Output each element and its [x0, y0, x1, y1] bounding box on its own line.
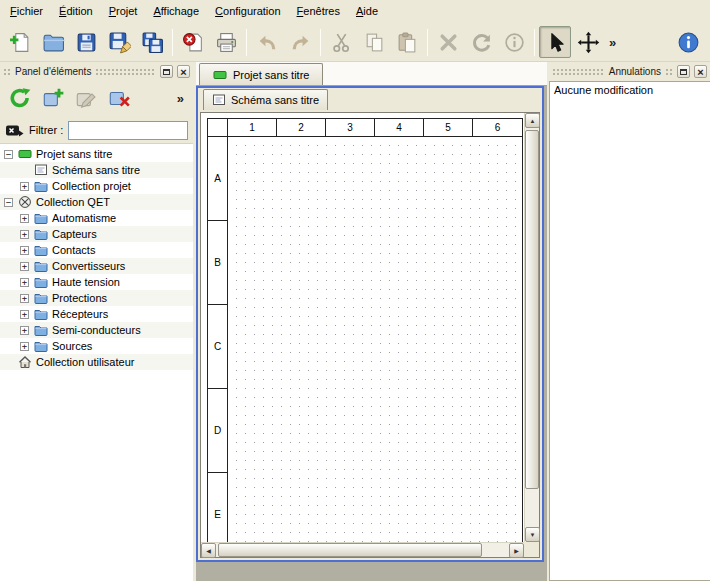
tree-item-collection-projet[interactable]: Collection projet — [0, 178, 193, 194]
undo-history-list[interactable]: Aucune modification — [549, 81, 710, 581]
tree-item-collection-utilisateur[interactable]: Collection utilisateur — [0, 354, 193, 370]
project-tab[interactable]: Projet sans titre — [199, 63, 323, 85]
dock-grip[interactable] — [95, 68, 156, 76]
tree-item-sources[interactable]: Sources — [0, 338, 193, 354]
cut-button[interactable] — [325, 26, 357, 58]
dock-grip[interactable] — [665, 68, 673, 76]
dock-grip[interactable] — [552, 68, 605, 76]
menu-affichage[interactable]: Affichage — [145, 0, 207, 23]
pan-mode-button[interactable] — [572, 26, 604, 58]
scroll-up-button[interactable] — [525, 113, 540, 128]
dock-close-button[interactable] — [177, 65, 190, 78]
paste-button[interactable] — [391, 26, 423, 58]
tree-item-schema-sans-titre[interactable]: Schéma sans titre — [0, 162, 193, 178]
new-element-button[interactable] — [38, 83, 68, 113]
close-file-button[interactable] — [177, 26, 209, 58]
rotate-button[interactable] — [465, 26, 497, 58]
filter-row: Filtrer : — [0, 117, 193, 143]
tree-item-contacts[interactable]: Contacts — [0, 242, 193, 258]
clear-filter-icon[interactable] — [5, 122, 24, 139]
tree-item-collection-qet[interactable]: Collection QET — [0, 194, 193, 210]
menu-fenetres[interactable]: Fenêtres — [289, 0, 348, 23]
tree-item-projet-sans-titre[interactable]: Projet sans titre — [0, 146, 193, 162]
menu-configuration[interactable]: Configuration — [207, 0, 288, 23]
toolbar-separator — [427, 29, 428, 56]
save-as-button[interactable] — [103, 26, 135, 58]
expand-icon[interactable] — [20, 262, 29, 271]
scroll-left-button[interactable] — [201, 543, 216, 558]
tree-item-protections[interactable]: Protections — [0, 290, 193, 306]
panel-toolbar-overflow-button[interactable]: » — [173, 91, 188, 106]
diagram-canvas[interactable]: 1 2 3 4 5 6 A B C D — [201, 113, 524, 542]
expand-icon[interactable] — [20, 342, 29, 351]
selection-mode-button[interactable] — [539, 26, 571, 58]
cursor-arrow-icon — [544, 31, 567, 54]
collections-tree[interactable]: Projet sans titre Schéma sans titre Coll… — [0, 143, 193, 581]
expand-icon[interactable] — [20, 278, 29, 287]
vertical-scrollbar[interactable] — [524, 113, 539, 542]
tree-item-semi-conducteurs[interactable]: Semi-conducteurs — [0, 322, 193, 338]
collapse-icon[interactable] — [4, 198, 13, 207]
folder-icon — [34, 211, 48, 225]
filter-input[interactable] — [68, 121, 188, 140]
menu-projet[interactable]: Projet — [101, 0, 146, 23]
menu-fichier[interactable]: Fichier — [2, 0, 51, 23]
about-button[interactable] — [672, 26, 704, 58]
dock-float-button[interactable] — [160, 65, 173, 78]
menu-edition[interactable]: Édition — [51, 0, 101, 23]
save-button[interactable] — [70, 26, 102, 58]
expand-icon[interactable] — [20, 310, 29, 319]
vscroll-track[interactable] — [525, 128, 539, 527]
expand-icon[interactable] — [20, 326, 29, 335]
redo-button[interactable] — [284, 26, 316, 58]
hscroll-track[interactable] — [216, 543, 509, 557]
scroll-down-button[interactable] — [525, 527, 540, 542]
toolbar-separator — [246, 29, 247, 56]
print-button[interactable] — [210, 26, 242, 58]
dock-close-button[interactable] — [694, 65, 707, 78]
hscroll-thumb[interactable] — [218, 543, 482, 557]
tree-item-recepteurs[interactable]: Récepteurs — [0, 306, 193, 322]
dock-grip[interactable] — [3, 68, 11, 76]
tree-item-convertisseurs[interactable]: Convertisseurs — [0, 258, 193, 274]
elements-panel-titlebar[interactable]: Panel d'éléments — [0, 64, 193, 79]
undo-panel-titlebar[interactable]: Annulations — [549, 64, 710, 79]
schema-tab[interactable]: Schéma sans titre — [203, 89, 328, 110]
copy-button[interactable] — [358, 26, 390, 58]
delete-element-button[interactable] — [104, 83, 134, 113]
vscroll-thumb[interactable] — [525, 130, 539, 489]
undo-history-root[interactable]: Aucune modification — [554, 84, 706, 96]
new-project-button[interactable] — [4, 26, 36, 58]
tree-item-capteurs[interactable]: Capteurs — [0, 226, 193, 242]
toolbar-overflow-button[interactable]: » — [605, 35, 620, 50]
undo-button[interactable] — [251, 26, 283, 58]
collapse-icon[interactable] — [4, 150, 13, 159]
mdi-area: Schéma sans titre 1 2 3 4 5 — [196, 86, 547, 581]
tree-item-automatisme[interactable]: Automatisme — [0, 210, 193, 226]
element-info-button[interactable] — [498, 26, 530, 58]
scroll-right-button[interactable] — [509, 543, 524, 558]
reload-collections-button[interactable] — [5, 83, 35, 113]
save-all-button[interactable] — [136, 26, 168, 58]
dock-float-button[interactable] — [677, 65, 690, 78]
menu-aide[interactable]: Aide — [348, 0, 386, 23]
expand-icon[interactable] — [20, 214, 29, 223]
expand-icon[interactable] — [20, 294, 29, 303]
folder-icon — [34, 259, 48, 273]
open-project-button[interactable] — [37, 26, 69, 58]
project-window[interactable]: Schéma sans titre 1 2 3 4 5 — [196, 86, 544, 562]
expand-icon[interactable] — [20, 230, 29, 239]
horizontal-scrollbar[interactable] — [201, 542, 524, 557]
expand-icon[interactable] — [20, 182, 29, 191]
tree-item-label: Contacts — [52, 244, 95, 256]
delete-button[interactable] — [432, 26, 464, 58]
toolbar-separator — [534, 29, 535, 56]
tree-item-haute-tension[interactable]: Haute tension — [0, 274, 193, 290]
move-arrows-icon — [577, 31, 600, 54]
edit-element-button[interactable] — [71, 83, 101, 113]
row-header: A B C D E — [208, 137, 228, 542]
expander-spacer — [20, 166, 29, 175]
expand-icon[interactable] — [20, 246, 29, 255]
scrollbar-corner — [524, 542, 539, 557]
tree-item-label: Haute tension — [52, 276, 120, 288]
